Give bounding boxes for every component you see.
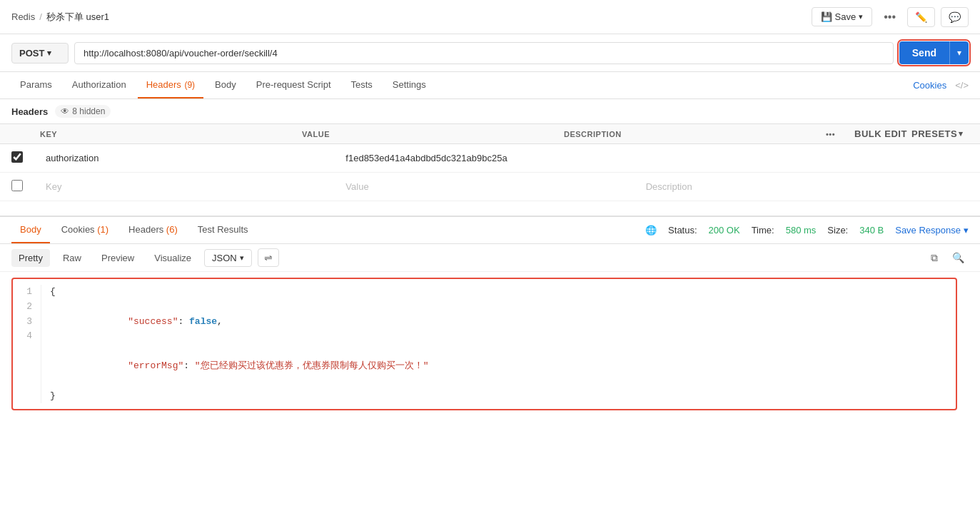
hidden-count: 8 hidden: [72, 106, 105, 116]
wrap-icon: ⇌: [264, 252, 273, 263]
row2-checkbox[interactable]: [11, 180, 23, 191]
top-bar: Redis / 秒杀下单 user1 💾 Save ▾ ••• ✏️ 💬: [0, 0, 980, 34]
breadcrumb: Redis / 秒杀下单 user1: [11, 11, 109, 24]
send-label: Send: [912, 47, 936, 59]
presets-button[interactable]: Presets ▾: [911, 128, 969, 139]
code-content: { "success": false, "errorMsg": "您已经购买过该…: [41, 285, 956, 403]
more-options-button[interactable]: •••: [878, 8, 901, 26]
collection-name: Redis: [11, 11, 35, 22]
save-button[interactable]: 💾 Save ▾: [812, 7, 873, 26]
method-chevron-icon: ▾: [47, 49, 51, 58]
table-row: authorization f1ed853ed41a4abdbd5dc321ab…: [0, 144, 980, 173]
status-value: 200 OK: [709, 225, 740, 236]
format-select[interactable]: JSON ▾: [204, 249, 252, 267]
request-title: 秒杀下单 user1: [46, 11, 109, 24]
send-dropdown-button[interactable]: ▾: [949, 41, 969, 64]
row2-description-placeholder[interactable]: Description: [640, 178, 940, 195]
tab-tests[interactable]: Tests: [343, 72, 381, 98]
code-line-3: "errorMsg": "您已经购买过该优惠券，优惠券限制每人仅购买一次！": [50, 344, 947, 388]
edit-icon-button[interactable]: ✏️: [907, 7, 935, 27]
code-line-1: {: [50, 285, 947, 300]
save-chevron-icon: ▾: [859, 12, 863, 21]
row2-checkbox-cell: [11, 180, 40, 193]
row1-description[interactable]: [640, 156, 940, 161]
response-tabs: Body Cookies (1) Headers (6) Test Result…: [0, 217, 980, 244]
response-tab-test-results[interactable]: Test Results: [189, 217, 257, 243]
breadcrumb-slash: /: [39, 11, 42, 22]
status-label: Status:: [668, 225, 697, 236]
save-response-button[interactable]: Save Response ▾: [895, 225, 969, 236]
cookies-link[interactable]: Cookies: [913, 80, 946, 91]
response-section: Body Cookies (1) Headers (6) Test Result…: [0, 216, 980, 427]
code-tab-raw[interactable]: Raw: [56, 249, 89, 267]
size-label: Size:: [827, 225, 848, 236]
tab-body[interactable]: Body: [206, 72, 245, 98]
comment-icon-button[interactable]: 💬: [941, 7, 969, 27]
send-chevron-icon: ▾: [957, 48, 961, 58]
row1-checkbox[interactable]: [11, 151, 23, 163]
search-button[interactable]: 🔍: [948, 251, 969, 265]
time-label: Time:: [752, 225, 774, 236]
bulk-edit-button[interactable]: Bulk Edit: [854, 128, 911, 139]
save-response-chevron-icon: ▾: [964, 225, 969, 236]
response-tab-body[interactable]: Body: [11, 217, 50, 243]
tab-headers[interactable]: Headers (9): [138, 72, 203, 98]
request-tabs: Params Authorization Headers (9) Body Pr…: [0, 72, 980, 99]
code-line-2: "success": false,: [50, 300, 947, 344]
wrap-button[interactable]: ⇌: [258, 248, 279, 267]
save-label: Save: [835, 11, 857, 22]
globe-icon: 🌐: [645, 225, 657, 236]
code-wrapper: 1 2 3 4 { "success": false, "errorMsg": …: [0, 278, 980, 427]
url-bar: POST ▾ Send ▾: [0, 34, 980, 72]
headers-title-bar: Headers 👁 8 hidden: [0, 99, 980, 124]
code-tab-preview[interactable]: Preview: [94, 249, 141, 267]
time-value: 580 ms: [786, 225, 817, 236]
response-tab-cookies[interactable]: Cookies (1): [53, 217, 117, 243]
eye-icon: 👁: [61, 106, 69, 116]
save-icon: 💾: [821, 11, 832, 22]
tab-prerequest[interactable]: Pre-request Script: [248, 72, 340, 98]
format-label: JSON: [212, 253, 237, 263]
code-toolbar: Pretty Raw Preview Visualize JSON ▾ ⇌ ⧉ …: [0, 244, 980, 272]
code-tab-visualize[interactable]: Visualize: [147, 249, 198, 267]
code-line-4: }: [50, 389, 947, 404]
code-actions: ⧉ 🔍: [926, 251, 969, 265]
size-value: 340 B: [859, 225, 884, 236]
copy-button[interactable]: ⧉: [926, 251, 942, 265]
hidden-headers-badge[interactable]: 👁 8 hidden: [55, 105, 111, 118]
code-area: 1 2 3 4 { "success": false, "errorMsg": …: [11, 278, 957, 410]
method-label: POST: [19, 48, 44, 59]
tab-angle-icon: </>: [955, 80, 969, 91]
tab-settings[interactable]: Settings: [384, 72, 435, 98]
table-header: KEY VALUE DESCRIPTION ••• Bulk Edit Pres…: [0, 124, 980, 144]
row1-key[interactable]: authorization: [40, 150, 340, 166]
tab-authorization[interactable]: Authorization: [64, 72, 135, 98]
format-chevron-icon: ▾: [240, 253, 244, 263]
row1-value[interactable]: f1ed853ed41a4abdbd5dc321ab9bc25a: [340, 150, 640, 166]
headers-section: Headers 👁 8 hidden KEY VALUE DESCRIPTION…: [0, 99, 980, 201]
header-description: DESCRIPTION: [564, 130, 826, 138]
header-key: KEY: [40, 130, 302, 138]
row2-key-placeholder[interactable]: Key: [40, 178, 340, 195]
url-input[interactable]: [74, 42, 894, 64]
response-status-bar: 🌐 Status: 200 OK Time: 580 ms Size: 340 …: [645, 225, 969, 236]
table-row-placeholder: Key Value Description: [0, 173, 980, 201]
headers-title: Headers: [11, 106, 48, 117]
row1-checkbox-cell: [11, 151, 40, 165]
method-select[interactable]: POST ▾: [11, 43, 69, 64]
header-value: VALUE: [302, 130, 564, 138]
tab-params[interactable]: Params: [11, 72, 61, 98]
response-tab-headers[interactable]: Headers (6): [120, 217, 186, 243]
line-numbers: 1 2 3 4: [13, 285, 41, 403]
send-button[interactable]: Send: [899, 41, 949, 64]
header-dots: •••: [826, 130, 854, 138]
top-bar-actions: 💾 Save ▾ ••• ✏️ 💬: [812, 7, 969, 27]
row2-value-placeholder[interactable]: Value: [340, 178, 640, 195]
code-tab-pretty[interactable]: Pretty: [11, 249, 50, 267]
presets-chevron-icon: ▾: [959, 129, 964, 138]
